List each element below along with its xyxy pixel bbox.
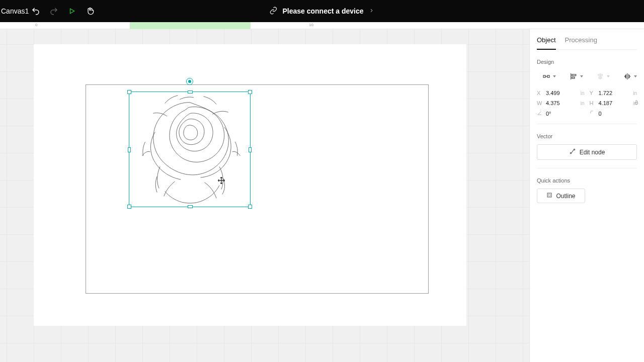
corner-icon bbox=[590, 110, 596, 117]
edit-node-button[interactable]: Edit node bbox=[537, 144, 637, 160]
resize-handle-se[interactable] bbox=[248, 205, 252, 209]
panel-tabs: Object Processing bbox=[537, 29, 637, 50]
outline-label: Outline bbox=[556, 193, 575, 200]
rotation-handle[interactable] bbox=[186, 78, 193, 85]
resize-handle-s[interactable] bbox=[188, 205, 193, 208]
resize-handle-n[interactable] bbox=[188, 90, 193, 94]
tab-object[interactable]: Object bbox=[537, 36, 556, 50]
svg-rect-9 bbox=[635, 102, 638, 104]
flip-button[interactable] bbox=[618, 70, 637, 83]
connect-device[interactable]: Please connect a device bbox=[269, 7, 374, 16]
svg-point-10 bbox=[570, 152, 571, 153]
undo-button[interactable] bbox=[31, 7, 40, 16]
edit-node-icon bbox=[569, 148, 576, 156]
svg-rect-4 bbox=[572, 74, 576, 76]
section-vector-label: Vector bbox=[537, 133, 637, 139]
prop-y[interactable]: Y 1.722 in bbox=[590, 90, 637, 96]
lock-aspect-icon[interactable] bbox=[634, 99, 639, 107]
properties-panel: Object Processing Design bbox=[529, 29, 644, 362]
selection-bounds[interactable] bbox=[129, 92, 251, 207]
chevron-down-icon bbox=[634, 75, 637, 77]
prop-rotation[interactable]: 0° bbox=[537, 110, 585, 117]
svg-rect-1 bbox=[543, 75, 545, 77]
svg-point-11 bbox=[574, 149, 575, 150]
edit-node-label: Edit node bbox=[580, 149, 605, 156]
link-icon bbox=[269, 7, 277, 16]
chevron-down-icon bbox=[607, 75, 610, 77]
svg-rect-2 bbox=[547, 75, 549, 77]
svg-marker-0 bbox=[70, 9, 74, 13]
play-button[interactable] bbox=[67, 7, 76, 16]
prop-corner[interactable]: 0 bbox=[590, 110, 637, 117]
connect-device-label: Please connect a device bbox=[282, 7, 363, 15]
resize-handle-w[interactable] bbox=[128, 147, 131, 152]
document-title: Canvas1 bbox=[0, 7, 29, 15]
horizontal-ruler: 0 10 bbox=[0, 22, 644, 29]
canvas-viewport[interactable] bbox=[0, 29, 529, 362]
toolbar-nav bbox=[31, 7, 95, 16]
angle-icon bbox=[537, 110, 543, 117]
prop-h[interactable]: H 4.187 in bbox=[590, 100, 637, 106]
ruler-tick: 10 bbox=[309, 23, 313, 27]
move-cursor-icon bbox=[217, 176, 225, 185]
redo-button[interactable] bbox=[49, 7, 58, 16]
prop-w[interactable]: W 4.375 in bbox=[537, 100, 585, 106]
ruler-tick: 0 bbox=[35, 23, 37, 27]
section-quick-label: Quick actions bbox=[537, 177, 637, 184]
align-center-button[interactable] bbox=[591, 70, 610, 83]
svg-rect-13 bbox=[548, 194, 550, 196]
prop-x[interactable]: X 3.499 in bbox=[537, 90, 585, 96]
svg-rect-5 bbox=[572, 77, 574, 78]
outline-icon bbox=[546, 192, 552, 200]
chevron-right-icon bbox=[369, 7, 375, 15]
resize-handle-e[interactable] bbox=[249, 147, 252, 152]
chevron-down-icon bbox=[553, 75, 556, 77]
svg-rect-12 bbox=[547, 193, 551, 197]
distribute-button[interactable] bbox=[537, 70, 556, 83]
resize-handle-ne[interactable] bbox=[248, 90, 252, 94]
section-design-label: Design bbox=[537, 59, 637, 65]
pan-hand-button[interactable] bbox=[86, 7, 95, 16]
top-toolbar: Canvas1 Please connect a device bbox=[0, 0, 644, 22]
alignment-row bbox=[537, 70, 637, 83]
ruler-selection-highlight bbox=[130, 22, 251, 29]
tab-processing[interactable]: Processing bbox=[565, 36, 597, 49]
align-left-button[interactable] bbox=[564, 70, 583, 83]
main-area: Object Processing Design bbox=[0, 29, 644, 362]
resize-handle-nw[interactable] bbox=[127, 90, 131, 94]
chevron-down-icon bbox=[580, 75, 583, 77]
outline-button[interactable]: Outline bbox=[537, 189, 585, 203]
transform-properties: X 3.499 in Y 1.722 in W 4.375 in H 4.187… bbox=[537, 90, 637, 117]
resize-handle-sw[interactable] bbox=[127, 205, 131, 209]
